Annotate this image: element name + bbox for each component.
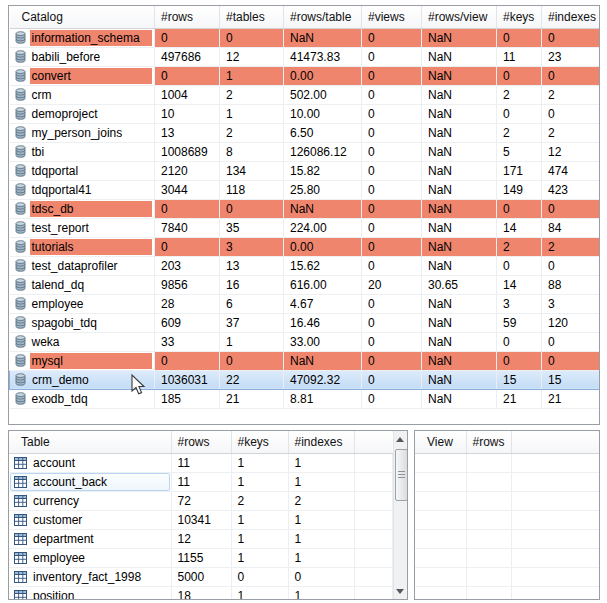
column-header-indexes[interactable]: #indexes bbox=[288, 431, 354, 453]
cell-rows-per-table: 16.46 bbox=[284, 313, 362, 332]
cell-tables: 2 bbox=[220, 85, 284, 104]
cell-keys: 0 bbox=[497, 104, 542, 123]
cell-tables: 8 bbox=[220, 142, 284, 161]
column-header-keys[interactable]: #keys bbox=[497, 6, 542, 28]
catalog-row[interactable]: test_report 7840 35 224.00 0 NaN 14 84 bbox=[10, 218, 600, 237]
cell-keys: 0 bbox=[497, 66, 542, 85]
table-grid-icon bbox=[14, 514, 27, 526]
cell-rows: 10341 bbox=[171, 510, 231, 529]
database-icon bbox=[15, 354, 26, 367]
scrollbar-thumb[interactable] bbox=[395, 449, 408, 501]
catalog-overview-page: Catalog #rows #tables #rows/table #views… bbox=[0, 0, 607, 603]
table-name: account bbox=[31, 455, 169, 471]
cell-rows: 72 bbox=[171, 491, 231, 510]
column-header-catalog[interactable]: Catalog bbox=[10, 6, 155, 28]
catalog-row[interactable]: employee 28 6 4.67 0 NaN 3 3 bbox=[10, 294, 600, 313]
catalog-name: convert bbox=[30, 68, 153, 84]
catalog-row[interactable]: spagobi_tdq 609 37 16.46 0 NaN 59 120 bbox=[10, 313, 600, 332]
cell-indexes: 84 bbox=[542, 218, 600, 237]
cell-rows-per-view: NaN bbox=[422, 294, 497, 313]
catalog-row[interactable]: exodb_tdq 185 21 8.81 0 NaN 21 21 bbox=[10, 389, 600, 408]
cell-rows: 1155 bbox=[171, 548, 231, 567]
view-empty-row bbox=[415, 586, 599, 600]
column-header-filler bbox=[354, 431, 392, 453]
table-row[interactable]: account_back 11 1 1 bbox=[9, 472, 392, 491]
cell-keys: 149 bbox=[497, 180, 542, 199]
cell-indexes: 474 bbox=[542, 161, 600, 180]
column-header-indexes[interactable]: #indexes bbox=[542, 6, 600, 28]
tables-table-panel: Table #rows #keys #indexes bbox=[8, 430, 408, 600]
table-row[interactable]: employee 1155 1 1 bbox=[9, 548, 392, 567]
cell-keys: 21 bbox=[497, 389, 542, 408]
catalog-row[interactable]: mysql 0 0 NaN 0 NaN 0 0 bbox=[10, 351, 600, 370]
cell-tables: 22 bbox=[220, 370, 284, 389]
cell-rows: 11 bbox=[171, 472, 231, 491]
catalog-row[interactable]: tdqportal 2120 134 15.82 0 NaN 171 474 bbox=[10, 161, 600, 180]
column-header-tables[interactable]: #tables bbox=[220, 6, 284, 28]
cell-rows-per-table: NaN bbox=[284, 199, 362, 218]
cell-rows-per-table: 0.00 bbox=[284, 237, 362, 256]
cell-views: 0 bbox=[362, 47, 422, 66]
cell-indexes: 15 bbox=[542, 370, 600, 389]
catalog-name: babili_before bbox=[30, 49, 153, 65]
column-header-rows[interactable]: #rows bbox=[171, 431, 231, 453]
tables-scrollbar[interactable] bbox=[393, 431, 408, 599]
cell-rows-per-view: NaN bbox=[422, 85, 497, 104]
catalog-row[interactable]: tdsc_db 0 0 NaN 0 NaN 0 0 bbox=[10, 199, 600, 218]
table-row[interactable]: currency 72 2 2 bbox=[9, 491, 392, 510]
column-header-rows-table[interactable]: #rows/table bbox=[284, 6, 362, 28]
cell-rows-per-table: 502.00 bbox=[284, 85, 362, 104]
cell-rows-per-view: NaN bbox=[422, 123, 497, 142]
cell-rows-per-view: NaN bbox=[422, 28, 497, 47]
cell-views: 0 bbox=[362, 66, 422, 85]
catalog-row[interactable]: talend_dq 9856 16 616.00 20 30.65 14 88 bbox=[10, 275, 600, 294]
table-row[interactable]: inventory_fact_1998 5000 0 0 bbox=[9, 567, 392, 586]
catalog-row[interactable]: weka 33 1 33.00 0 NaN 0 0 bbox=[10, 332, 600, 351]
catalog-row[interactable]: information_schema 0 0 NaN 0 NaN 0 0 bbox=[10, 28, 600, 47]
catalog-row[interactable]: convert 0 1 0.00 0 NaN 0 0 bbox=[10, 66, 600, 85]
cell-keys: 14 bbox=[497, 275, 542, 294]
scrollbar-track[interactable] bbox=[394, 447, 408, 583]
cell-rows-per-table: 616.00 bbox=[284, 275, 362, 294]
scroll-up-button[interactable] bbox=[394, 431, 408, 447]
column-header-view[interactable]: View bbox=[415, 431, 466, 453]
catalog-row[interactable]: tutorials 0 3 0.00 0 NaN 2 2 bbox=[10, 237, 600, 256]
cell-keys: 0 bbox=[497, 332, 542, 351]
cell-views: 0 bbox=[362, 104, 422, 123]
cell-views: 0 bbox=[362, 237, 422, 256]
column-header-rows[interactable]: #rows bbox=[466, 431, 511, 453]
cell-rows-per-table: 25.80 bbox=[284, 180, 362, 199]
column-header-views[interactable]: #views bbox=[362, 6, 422, 28]
catalog-row[interactable]: my_person_joins 13 2 6.50 0 NaN 2 2 bbox=[10, 123, 600, 142]
cell-rows: 0 bbox=[155, 351, 220, 370]
catalog-name: employee bbox=[30, 296, 153, 312]
catalog-row[interactable]: demoproject 10 1 10.00 0 NaN 0 0 bbox=[10, 104, 600, 123]
catalog-row[interactable]: test_dataprofiler 203 13 15.62 0 NaN 0 0 bbox=[10, 256, 600, 275]
table-row[interactable]: position 18 1 1 bbox=[9, 586, 392, 600]
catalog-row[interactable]: crm 1004 2 502.00 0 NaN 2 2 bbox=[10, 85, 600, 104]
catalog-row[interactable]: tbi 1008689 8 126086.12 0 NaN 5 12 bbox=[10, 142, 600, 161]
cell-views: 0 bbox=[362, 294, 422, 313]
cell-indexes: 0 bbox=[542, 256, 600, 275]
cell-indexes: 0 bbox=[542, 199, 600, 218]
column-header-table[interactable]: Table bbox=[9, 431, 171, 453]
catalog-name: tdqportal bbox=[30, 163, 153, 179]
table-row[interactable]: department 12 1 1 bbox=[9, 529, 392, 548]
cell-keys: 1 bbox=[231, 472, 288, 491]
catalog-row[interactable]: crm_demo 1036031 22 47092.32 0 NaN 15 15 bbox=[10, 370, 600, 389]
table-row[interactable]: account 11 1 1 bbox=[9, 453, 392, 472]
catalog-row[interactable]: babili_before 497686 12 41473.83 0 NaN 1… bbox=[10, 47, 600, 66]
cell-indexes: 3 bbox=[542, 294, 600, 313]
cell-tables: 118 bbox=[220, 180, 284, 199]
cell-rows: 1008689 bbox=[155, 142, 220, 161]
table-row[interactable]: customer 10341 1 1 bbox=[9, 510, 392, 529]
scroll-down-button[interactable] bbox=[394, 583, 408, 599]
catalog-name: crm_demo bbox=[30, 372, 152, 388]
database-icon bbox=[15, 202, 26, 215]
table-name: employee bbox=[31, 550, 169, 566]
database-icon bbox=[15, 392, 26, 405]
catalog-row[interactable]: tdqportal41 3044 118 25.80 0 NaN 149 423 bbox=[10, 180, 600, 199]
column-header-rows[interactable]: #rows bbox=[155, 6, 220, 28]
column-header-rows-view[interactable]: #rows/view bbox=[422, 6, 497, 28]
column-header-keys[interactable]: #keys bbox=[231, 431, 288, 453]
